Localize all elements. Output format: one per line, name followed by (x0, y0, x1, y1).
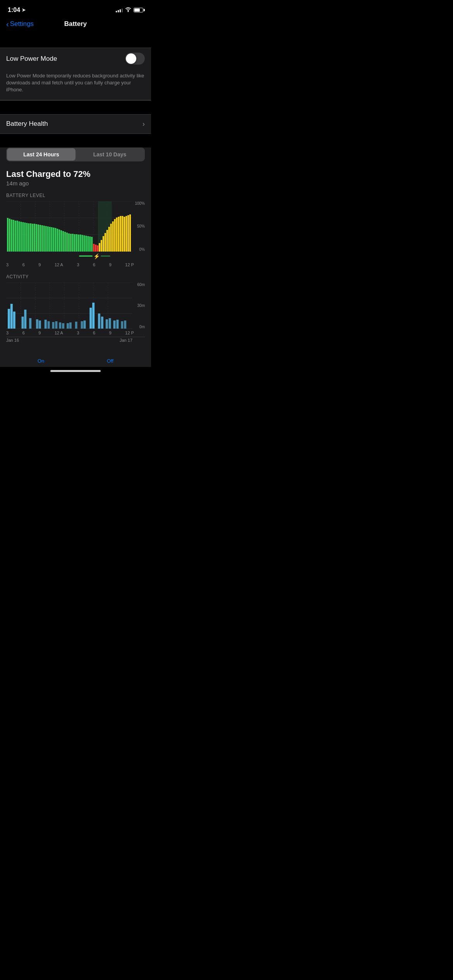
svg-rect-37 (55, 228, 56, 252)
svg-rect-91 (22, 317, 24, 329)
svg-rect-19 (21, 222, 22, 252)
svg-rect-62 (103, 236, 104, 252)
svg-rect-105 (81, 321, 83, 329)
svg-rect-14 (11, 219, 12, 252)
svg-rect-110 (101, 317, 103, 329)
svg-rect-100 (59, 322, 61, 329)
svg-rect-107 (89, 308, 92, 329)
status-time: 1:04 ➤ (8, 7, 26, 14)
battery-level-chart-container: BATTERY LEVEL (0, 193, 151, 268)
x-label-6am: 6 (22, 262, 25, 267)
activity-x-3pm: 3 (77, 331, 79, 335)
battery-level-chart (6, 201, 132, 252)
svg-rect-106 (84, 320, 86, 329)
svg-rect-115 (121, 321, 123, 329)
svg-rect-31 (43, 226, 45, 252)
low-power-mode-description: Low Power Mode temporarily reduces backg… (0, 69, 151, 100)
svg-rect-53 (85, 236, 87, 252)
svg-rect-48 (76, 234, 77, 252)
svg-rect-27 (36, 224, 37, 252)
home-bar (50, 370, 101, 372)
svg-rect-73 (124, 217, 125, 252)
charging-bolt-icon: ⚡ (93, 253, 100, 259)
tab-switcher: Last 24 Hours Last 10 Days (6, 147, 145, 161)
battery-health-chevron-icon: › (142, 120, 145, 128)
svg-rect-26 (34, 224, 35, 252)
svg-rect-58 (95, 245, 96, 252)
svg-rect-15 (13, 220, 14, 252)
x-label-9am: 9 (38, 262, 41, 267)
svg-rect-49 (78, 235, 79, 252)
activity-x-12p: 12 P (125, 331, 134, 335)
back-label: Settings (10, 20, 34, 28)
activity-x-9pm: 9 (109, 331, 112, 335)
x-label-6pm: 6 (93, 262, 95, 267)
svg-rect-59 (97, 245, 98, 252)
charging-line-right (101, 255, 110, 257)
svg-rect-95 (39, 320, 41, 329)
nav-header: ‹ Settings Battery (0, 17, 151, 34)
signal-bar-2 (118, 10, 119, 12)
svg-rect-41 (62, 231, 64, 252)
svg-rect-54 (87, 236, 89, 252)
page-title: Battery (64, 20, 87, 28)
back-button[interactable]: ‹ Settings (6, 20, 34, 29)
svg-rect-40 (60, 230, 62, 252)
chart-section: Last 24 Hours Last 10 Days Last Charged … (0, 147, 151, 355)
svg-rect-116 (124, 320, 126, 329)
low-power-mode-label: Low Power Mode (6, 55, 57, 63)
svg-rect-89 (10, 304, 13, 329)
svg-rect-22 (26, 223, 27, 252)
svg-rect-21 (24, 223, 26, 252)
activity-x-6pm: 6 (93, 331, 95, 335)
tab-last-10-days[interactable]: Last 10 Days (76, 148, 144, 161)
svg-rect-47 (74, 234, 76, 252)
signal-bars (116, 8, 123, 12)
battery-health-row[interactable]: Battery Health › (0, 114, 151, 134)
location-icon: ➤ (22, 7, 26, 13)
activity-chart-svg (6, 283, 132, 329)
svg-rect-30 (41, 225, 43, 252)
x-label-3pm: 3 (77, 262, 79, 267)
svg-rect-94 (36, 319, 38, 329)
svg-rect-28 (38, 224, 39, 252)
status-icons (116, 7, 143, 13)
svg-rect-76 (129, 214, 131, 252)
svg-rect-38 (57, 229, 58, 252)
svg-rect-67 (112, 221, 114, 252)
svg-rect-74 (125, 216, 127, 252)
x-label-12a: 12 A (55, 262, 63, 267)
date-label-jan17: Jan 17 (120, 338, 132, 343)
svg-rect-52 (84, 235, 85, 252)
svg-rect-20 (22, 222, 24, 252)
svg-rect-24 (30, 223, 31, 252)
wifi-icon (125, 7, 131, 13)
activity-chart (6, 283, 132, 329)
battery-chart-svg (6, 201, 132, 252)
battery-status-icon (134, 8, 143, 12)
svg-rect-25 (32, 224, 33, 252)
activity-x-3am: 3 (6, 331, 9, 335)
bottom-hints: On Off (0, 355, 151, 367)
low-power-mode-toggle[interactable] (125, 53, 145, 65)
svg-rect-66 (110, 224, 112, 252)
svg-rect-57 (93, 244, 94, 252)
svg-rect-75 (127, 215, 129, 252)
signal-bar-1 (116, 11, 117, 12)
date-label-jan16: Jan 16 (6, 338, 19, 343)
x-label-3am: 3 (6, 262, 9, 267)
svg-rect-102 (67, 323, 69, 329)
svg-rect-64 (106, 230, 108, 252)
svg-rect-68 (114, 219, 116, 252)
svg-rect-113 (113, 320, 116, 329)
activity-chart-x-labels: 3 6 9 12 A 3 6 9 12 P (6, 329, 145, 336)
svg-rect-96 (45, 320, 47, 329)
svg-rect-88 (8, 309, 10, 329)
battery-level-chart-label: BATTERY LEVEL (6, 193, 145, 198)
svg-rect-108 (92, 303, 94, 329)
svg-rect-16 (15, 221, 16, 252)
tab-last-24-hours[interactable]: Last 24 Hours (7, 148, 76, 161)
charge-subtitle: 14m ago (6, 180, 145, 187)
svg-rect-36 (53, 228, 55, 252)
svg-rect-103 (69, 322, 72, 329)
